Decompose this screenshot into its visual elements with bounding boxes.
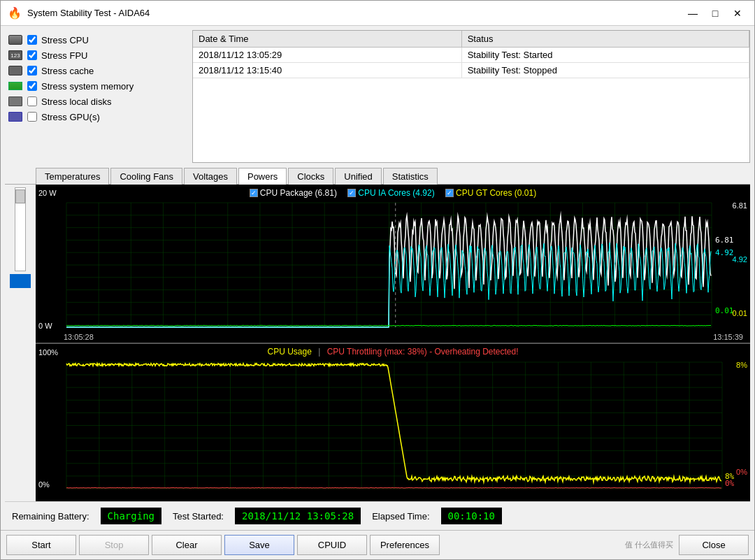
- main-window: 🔥 System Stability Test - AIDA64 — □ ✕ S…: [0, 0, 755, 560]
- col-datetime: Date & Time: [193, 31, 461, 48]
- watermark: 值 什么值得买: [625, 540, 673, 550]
- test-started-value: 2018/11/12 13:05:28: [235, 508, 361, 524]
- stress-cpu-item: Stress CPU: [5, 33, 187, 47]
- fpu-icon: 123: [8, 50, 23, 61]
- app-icon: 🔥: [8, 6, 22, 20]
- title-bar: 🔥 System Stability Test - AIDA64 — □ ✕: [1, 1, 754, 26]
- cpu-chart-canvas: [36, 344, 750, 501]
- power-chart: ✓ CPU Package (6.81) ✓ CPU IA Cores (4.9…: [36, 185, 750, 343]
- stress-gpu-label: Stress GPU(s): [41, 112, 100, 122]
- minimize-button[interactable]: —: [683, 5, 703, 22]
- elapsed-label: Elapsed Time:: [372, 511, 429, 522]
- log-table-container: Date & Time Status 2018/11/12 13:05:29 S…: [192, 30, 750, 163]
- elapsed-value: 00:10:10: [441, 508, 502, 524]
- disk-icon: [8, 96, 23, 107]
- clear-button[interactable]: Clear: [152, 535, 222, 555]
- tab-clocks[interactable]: Clocks: [288, 168, 333, 185]
- stress-cpu-checkbox[interactable]: [27, 35, 37, 45]
- status-bar: Remaining Battery: Charging Test Started…: [5, 501, 750, 530]
- stress-cache-label: Stress cache: [41, 66, 94, 76]
- log-status-1: Stability Test: Started: [461, 48, 749, 63]
- stress-disks-checkbox[interactable]: [27, 96, 37, 106]
- cache-icon: [8, 65, 23, 76]
- tab-temperatures[interactable]: Temperatures: [36, 168, 109, 185]
- battery-value: Charging: [101, 508, 161, 524]
- stress-gpu-checkbox[interactable]: [27, 112, 37, 122]
- cpu-icon: [8, 34, 23, 45]
- stress-fpu-label: Stress FPU: [41, 50, 87, 61]
- stress-cache-checkbox[interactable]: [27, 66, 37, 76]
- chart-sidebar: [5, 185, 36, 501]
- log-datetime-2: 2018/11/12 13:15:40: [193, 63, 461, 78]
- stress-fpu-checkbox[interactable]: [27, 50, 37, 60]
- stress-memory-item: Stress system memory: [5, 79, 187, 93]
- stress-memory-checkbox[interactable]: [27, 81, 37, 91]
- stress-disks-item: Stress local disks: [5, 94, 187, 108]
- cpu-chart: CPU Usage | CPU Throttling (max: 38%) - …: [36, 343, 750, 501]
- close-window-button[interactable]: ✕: [728, 5, 747, 22]
- maximize-button[interactable]: □: [705, 5, 725, 22]
- test-started-label: Test Started:: [173, 511, 224, 522]
- tab-unified[interactable]: Unified: [335, 168, 381, 185]
- stop-button[interactable]: Stop: [79, 535, 149, 555]
- stress-fpu-item: 123 Stress FPU: [5, 48, 187, 62]
- scroll-thumb: [15, 189, 25, 203]
- tab-powers[interactable]: Powers: [238, 168, 287, 185]
- charts-area: ✓ CPU Package (6.81) ✓ CPU IA Cores (4.9…: [5, 185, 750, 501]
- col-status: Status: [461, 31, 749, 48]
- stress-gpu-item: Stress GPU(s): [5, 110, 187, 124]
- table-row: 2018/11/12 13:15:40 Stability Test: Stop…: [193, 63, 749, 78]
- table-row: 2018/11/12 13:05:29 Stability Test: Star…: [193, 48, 749, 63]
- log-status-2: Stability Test: Stopped: [461, 63, 749, 78]
- close-button[interactable]: Close: [679, 535, 749, 555]
- tab-statistics[interactable]: Statistics: [383, 168, 438, 185]
- cpuid-button[interactable]: CPUID: [297, 535, 367, 555]
- power-chart-canvas: [36, 185, 750, 343]
- ram-icon: [8, 80, 23, 92]
- start-button[interactable]: Start: [6, 535, 76, 555]
- scroll-indicator[interactable]: [15, 187, 26, 271]
- stress-memory-label: Stress system memory: [41, 81, 134, 92]
- main-content: Stress CPU 123 Stress FPU Stress cache S…: [1, 26, 754, 530]
- stress-cache-item: Stress cache: [5, 64, 187, 78]
- stress-cpu-label: Stress CPU: [41, 35, 89, 45]
- checkbox-panel: Stress CPU 123 Stress FPU Stress cache S…: [5, 30, 187, 163]
- tab-cooling-fans[interactable]: Cooling Fans: [110, 168, 182, 185]
- battery-label: Remaining Battery:: [12, 511, 89, 522]
- window-title: System Stability Test - AIDA64: [27, 8, 683, 18]
- tab-bar: Temperatures Cooling Fans Voltages Power…: [5, 167, 750, 185]
- log-table: Date & Time Status 2018/11/12 13:05:29 S…: [193, 31, 749, 78]
- gpu-icon: [8, 111, 23, 122]
- preferences-button[interactable]: Preferences: [370, 535, 440, 555]
- log-datetime-1: 2018/11/12 13:05:29: [193, 48, 461, 63]
- window-controls: — □ ✕: [683, 5, 747, 22]
- save-button[interactable]: Save: [224, 535, 294, 555]
- button-bar: Start Stop Clear Save CPUID Preferences …: [1, 530, 754, 559]
- tab-voltages[interactable]: Voltages: [184, 168, 237, 185]
- sidebar-blue-indicator: [10, 274, 31, 288]
- charts-container: ✓ CPU Package (6.81) ✓ CPU IA Cores (4.9…: [36, 185, 750, 501]
- top-section: Stress CPU 123 Stress FPU Stress cache S…: [5, 30, 750, 163]
- stress-disks-label: Stress local disks: [41, 96, 111, 107]
